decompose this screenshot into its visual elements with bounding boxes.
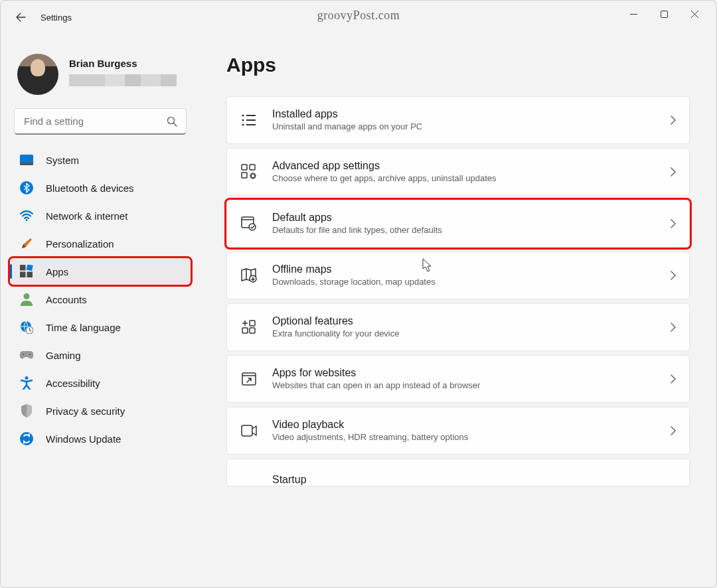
sidebar-item-personalization[interactable]: Personalization (10, 230, 191, 257)
chevron-right-icon (671, 219, 676, 228)
card-desc: Extra functionality for your device (272, 329, 656, 340)
user-profile[interactable]: Brian Burgess (7, 47, 193, 108)
startup-icon (240, 464, 258, 481)
card-title: Apps for websites (272, 366, 656, 380)
sidebar-item-time-language[interactable]: Time & language (10, 314, 191, 340)
sidebar-item-update[interactable]: Windows Update (10, 425, 191, 452)
nav-label: System (46, 155, 79, 166)
minimize-button[interactable] (618, 3, 649, 25)
card-installed-apps[interactable]: Installed appsUninstall and manage apps … (226, 96, 690, 144)
nav-label: Accessibility (46, 378, 100, 389)
nav-label: Time & language (46, 322, 121, 333)
card-desc: Downloads, storage location, map updates (272, 277, 656, 288)
card-title: Advanced app settings (272, 159, 656, 173)
nav-list: System Bluetooth & devices Network & int… (7, 147, 193, 452)
svg-point-14 (29, 354, 31, 355)
main-content: Apps Installed appsUninstall and manage … (200, 34, 716, 587)
card-optional-features[interactable]: Optional featuresExtra functionality for… (226, 303, 690, 351)
globe-clock-icon (19, 320, 34, 334)
search-icon (167, 116, 177, 127)
card-title: Installed apps (272, 108, 656, 121)
card-advanced-app-settings[interactable]: Advanced app settingsChoose where to get… (226, 148, 690, 196)
nav-label: Privacy & security (46, 405, 125, 417)
paintbrush-icon (19, 236, 34, 251)
card-desc: Defaults for file and link types, other … (272, 225, 656, 236)
list-icon (240, 111, 258, 129)
card-desc: Choose where to get apps, archive apps, … (272, 173, 656, 184)
svg-rect-3 (20, 163, 33, 165)
nav-label: Network & internet (46, 210, 127, 222)
card-default-apps[interactable]: Default appsDefaults for file and link t… (226, 200, 690, 248)
avatar (17, 54, 58, 95)
maximize-button[interactable] (649, 3, 679, 25)
card-desc: Websites that can open in an app instead… (272, 380, 656, 392)
app-title: Settings (40, 13, 72, 23)
svg-rect-29 (250, 328, 255, 333)
sidebar-item-network[interactable]: Network & internet (10, 202, 191, 229)
sidebar-item-bluetooth[interactable]: Bluetooth & devices (10, 175, 191, 201)
nav-label: Gaming (46, 350, 81, 361)
bluetooth-icon (19, 181, 34, 195)
card-title: Offline maps (272, 263, 656, 277)
apps-gear-icon (240, 163, 258, 181)
chevron-right-icon (671, 271, 676, 280)
default-app-icon (240, 215, 258, 232)
chevron-right-icon (671, 374, 676, 384)
window-controls (618, 10, 710, 25)
card-apps-for-websites[interactable]: Apps for websitesWebsites that can open … (226, 355, 690, 403)
user-name: Brian Burgess (69, 58, 177, 69)
nav-label: Personalization (46, 238, 114, 250)
svg-point-5 (26, 219, 28, 221)
minimize-icon (630, 11, 637, 18)
titlebar: Settings groovyPost.com (1, 1, 716, 34)
svg-rect-7 (27, 265, 33, 271)
map-icon (240, 267, 258, 284)
close-icon (691, 11, 698, 18)
chevron-right-icon (671, 426, 676, 435)
card-title: Default apps (272, 211, 656, 225)
svg-point-13 (23, 354, 24, 355)
update-icon (19, 431, 34, 446)
sidebar-item-gaming[interactable]: Gaming (10, 342, 191, 368)
card-title: Video playback (272, 418, 656, 432)
svg-rect-6 (20, 265, 26, 271)
svg-point-16 (20, 432, 33, 445)
svg-rect-27 (250, 321, 255, 326)
sidebar-item-accessibility[interactable]: Accessibility (10, 370, 191, 396)
sidebar-item-apps[interactable]: Apps (10, 258, 191, 285)
card-video-playback[interactable]: Video playbackVideo adjustments, HDR str… (226, 407, 690, 455)
chevron-right-icon (671, 323, 676, 332)
sidebar-item-system[interactable]: System (10, 147, 191, 173)
person-icon (19, 292, 34, 307)
back-arrow-icon (15, 12, 26, 23)
card-startup[interactable]: Startup (226, 459, 690, 486)
svg-point-10 (24, 293, 30, 299)
apps-icon (19, 264, 34, 279)
search-input[interactable] (14, 108, 187, 135)
svg-rect-0 (661, 11, 667, 17)
chevron-right-icon (671, 167, 676, 177)
nav-label: Windows Update (46, 433, 121, 445)
card-title: Startup (272, 473, 676, 486)
svg-point-1 (168, 117, 175, 124)
close-button[interactable] (679, 3, 710, 25)
svg-point-25 (249, 224, 256, 230)
card-desc: Video adjustments, HDR streaming, batter… (272, 432, 656, 443)
nav-label: Bluetooth & devices (46, 183, 134, 194)
search-box (14, 108, 187, 135)
window-link-icon (240, 370, 258, 388)
svg-rect-2 (20, 155, 33, 164)
video-icon (240, 422, 258, 439)
gamepad-icon (19, 348, 34, 362)
maximize-icon (661, 11, 668, 18)
accessibility-icon (19, 376, 34, 390)
sidebar-item-accounts[interactable]: Accounts (10, 286, 191, 313)
svg-point-18 (242, 119, 244, 121)
card-offline-maps[interactable]: Offline mapsDownloads, storage location,… (226, 252, 690, 299)
svg-rect-20 (242, 165, 247, 170)
apps-plus-icon (240, 319, 258, 336)
nav-label: Accounts (46, 294, 87, 305)
back-button[interactable] (7, 4, 34, 31)
sidebar-item-privacy[interactable]: Privacy & security (10, 398, 191, 424)
svg-rect-31 (242, 425, 252, 436)
